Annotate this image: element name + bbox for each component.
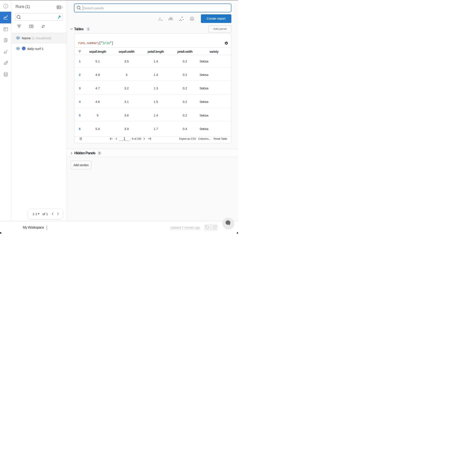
svg-text:x: x bbox=[159, 17, 161, 20]
svg-text:i: i bbox=[5, 4, 6, 8]
